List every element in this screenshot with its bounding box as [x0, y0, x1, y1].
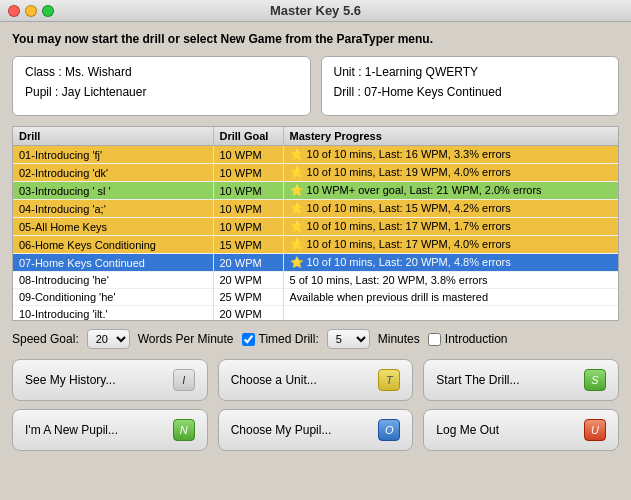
new-pupil-label: I'm A New Pupil... — [25, 423, 118, 437]
timed-drill-checkbox-label[interactable]: Timed Drill: — [242, 332, 319, 346]
mastery-progress-cell: ⭐ 10 of 10 mins, Last: 15 WPM, 4.2% erro… — [283, 200, 618, 218]
class-name: Ms. Wishard — [65, 65, 132, 79]
mastery-progress-cell: ⭐ 10 WPM+ over goal, Last: 21 WPM, 2.0% … — [283, 182, 618, 200]
drill-name-cell: 06-Home Keys Conditioning — [13, 236, 213, 254]
table-row[interactable]: 03-Introducing ' sl '10 WPM⭐ 10 WPM+ ove… — [13, 182, 618, 200]
timed-drill-select[interactable]: 5 10 15 — [327, 329, 370, 349]
info-boxes: Class : Ms. Wishard Pupil : Jay Lichtena… — [12, 56, 619, 116]
unit-name: 1-Learning QWERTY — [365, 65, 478, 79]
title-bar: Master Key 5.6 — [0, 0, 631, 22]
drill-goal-cell: 20 WPM — [213, 306, 283, 322]
controls-bar: Speed Goal: 20 15 25 Words Per Minute Ti… — [12, 329, 619, 349]
log-out-button[interactable]: Log Me Out U — [423, 409, 619, 451]
class-info-box: Class : Ms. Wishard Pupil : Jay Lichtena… — [12, 56, 311, 116]
drill-goal-cell: 10 WPM — [213, 218, 283, 236]
drill-name-cell: 01-Introducing 'fj' — [13, 146, 213, 164]
buttons-row-2: I'm A New Pupil... N Choose My Pupil... … — [12, 409, 619, 451]
drill-goal-cell: 10 WPM — [213, 164, 283, 182]
mastery-progress-cell: ⭐ 10 of 10 mins, Last: 17 WPM, 4.0% erro… — [283, 236, 618, 254]
mastery-progress-cell: Available when previous drill is mastere… — [283, 289, 618, 306]
class-line: Class : Ms. Wishard — [25, 65, 298, 79]
pupil-line: Pupil : Jay Lichtenauer — [25, 85, 298, 99]
choose-unit-key: T — [378, 369, 400, 391]
drill-goal-cell: 20 WPM — [213, 272, 283, 289]
maximize-button[interactable] — [42, 5, 54, 17]
mastery-progress-cell: ⭐ 10 of 10 mins, Last: 20 WPM, 4.8% erro… — [283, 254, 618, 272]
table-row[interactable]: 07-Home Keys Continued20 WPM⭐ 10 of 10 m… — [13, 254, 618, 272]
drill-name: 07-Home Keys Continued — [364, 85, 501, 99]
choose-pupil-button[interactable]: Choose My Pupil... O — [218, 409, 414, 451]
window-controls[interactable] — [8, 5, 54, 17]
drill-name-cell: 05-All Home Keys — [13, 218, 213, 236]
see-history-button[interactable]: See My History... I — [12, 359, 208, 401]
top-message: You may now start the drill or select Ne… — [12, 32, 619, 46]
class-label: Class : — [25, 65, 62, 79]
pupil-label: Pupil : — [25, 85, 58, 99]
new-pupil-button[interactable]: I'm A New Pupil... N — [12, 409, 208, 451]
minimize-button[interactable] — [25, 5, 37, 17]
mastery-progress-cell: ⭐ 10 of 10 mins, Last: 19 WPM, 4.0% erro… — [283, 164, 618, 182]
unit-line: Unit : 1-Learning QWERTY — [334, 65, 607, 79]
table-row[interactable]: 02-Introducing 'dk'10 WPM⭐ 10 of 10 mins… — [13, 164, 618, 182]
choose-pupil-label: Choose My Pupil... — [231, 423, 332, 437]
introduction-checkbox-label[interactable]: Introduction — [428, 332, 508, 346]
see-history-label: See My History... — [25, 373, 115, 387]
drill-goal-cell: 10 WPM — [213, 182, 283, 200]
col-header-goal: Drill Goal — [213, 127, 283, 146]
speed-goal-select[interactable]: 20 15 25 — [87, 329, 130, 349]
mastery-progress-cell: ⭐ 10 of 10 mins, Last: 16 WPM, 3.3% erro… — [283, 146, 618, 164]
table-row[interactable]: 10-Introducing 'ilt.'20 WPM — [13, 306, 618, 322]
drill-goal-cell: 25 WPM — [213, 289, 283, 306]
close-button[interactable] — [8, 5, 20, 17]
speed-goal-label: Speed Goal: — [12, 332, 79, 346]
drill-goal-cell: 10 WPM — [213, 146, 283, 164]
mastery-progress-cell: ⭐ 10 of 10 mins, Last: 17 WPM, 1.7% erro… — [283, 218, 618, 236]
drill-label: Drill : — [334, 85, 361, 99]
drill-name-cell: 04-Introducing 'a;' — [13, 200, 213, 218]
introduction-label: Introduction — [445, 332, 508, 346]
log-out-key: U — [584, 419, 606, 441]
unit-info-box: Unit : 1-Learning QWERTY Drill : 07-Home… — [321, 56, 620, 116]
drill-table-container: Drill Drill Goal Mastery Progress 01-Int… — [12, 126, 619, 321]
table-row[interactable]: 08-Introducing 'he'20 WPM5 of 10 mins, L… — [13, 272, 618, 289]
window-title: Master Key 5.6 — [270, 3, 361, 18]
table-row[interactable]: 06-Home Keys Conditioning15 WPM⭐ 10 of 1… — [13, 236, 618, 254]
col-header-mastery: Mastery Progress — [283, 127, 618, 146]
timed-drill-checkbox[interactable] — [242, 333, 255, 346]
drill-goal-cell: 20 WPM — [213, 254, 283, 272]
drill-goal-cell: 10 WPM — [213, 200, 283, 218]
introduction-checkbox[interactable] — [428, 333, 441, 346]
col-header-drill: Drill — [13, 127, 213, 146]
drill-table: Drill Drill Goal Mastery Progress 01-Int… — [13, 127, 618, 321]
mastery-progress-cell — [283, 306, 618, 322]
timed-drill-label: Timed Drill: — [259, 332, 319, 346]
table-row[interactable]: 01-Introducing 'fj'10 WPM⭐ 10 of 10 mins… — [13, 146, 618, 164]
drill-name-cell: 09-Conditioning 'he' — [13, 289, 213, 306]
buttons-row-1: See My History... I Choose a Unit... T S… — [12, 359, 619, 401]
choose-unit-button[interactable]: Choose a Unit... T — [218, 359, 414, 401]
unit-label: Unit : — [334, 65, 362, 79]
see-history-key: I — [173, 369, 195, 391]
choose-pupil-key: O — [378, 419, 400, 441]
table-row[interactable]: 09-Conditioning 'he'25 WPMAvailable when… — [13, 289, 618, 306]
drill-name-cell: 03-Introducing ' sl ' — [13, 182, 213, 200]
pupil-name: Jay Lichtenauer — [62, 85, 147, 99]
drill-line: Drill : 07-Home Keys Continued — [334, 85, 607, 99]
start-drill-key: S — [584, 369, 606, 391]
new-pupil-key: N — [173, 419, 195, 441]
table-row[interactable]: 04-Introducing 'a;'10 WPM⭐ 10 of 10 mins… — [13, 200, 618, 218]
drill-name-cell: 08-Introducing 'he' — [13, 272, 213, 289]
choose-unit-label: Choose a Unit... — [231, 373, 317, 387]
drill-name-cell: 02-Introducing 'dk' — [13, 164, 213, 182]
wpm-label: Words Per Minute — [138, 332, 234, 346]
start-drill-label: Start The Drill... — [436, 373, 519, 387]
drill-goal-cell: 15 WPM — [213, 236, 283, 254]
log-out-label: Log Me Out — [436, 423, 499, 437]
drill-name-cell: 10-Introducing 'ilt.' — [13, 306, 213, 322]
minutes-label: Minutes — [378, 332, 420, 346]
table-row[interactable]: 05-All Home Keys10 WPM⭐ 10 of 10 mins, L… — [13, 218, 618, 236]
mastery-progress-cell: 5 of 10 mins, Last: 20 WPM, 3.8% errors — [283, 272, 618, 289]
drill-name-cell: 07-Home Keys Continued — [13, 254, 213, 272]
start-drill-button[interactable]: Start The Drill... S — [423, 359, 619, 401]
